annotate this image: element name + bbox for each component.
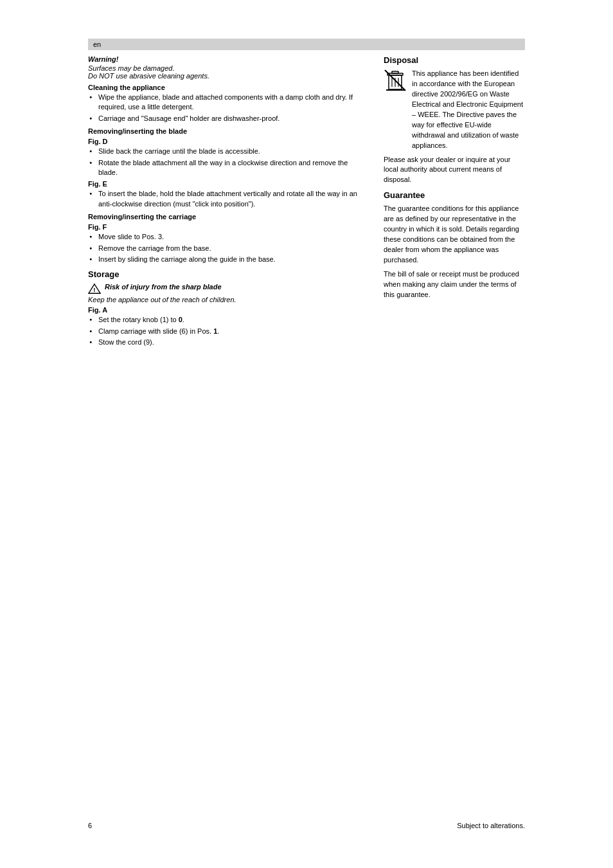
cleaning-list: Wipe the appliance, blade and attached c… — [88, 93, 368, 123]
fig-f-list: Move slide to Pos. 3. Remove the carriag… — [88, 232, 368, 264]
warning-label: Warning! — [88, 55, 368, 63]
list-item: Move slide to Pos. 3. — [88, 232, 368, 242]
list-item: Clamp carriage with slide (6) in Pos. 1. — [88, 327, 368, 336]
subject-to-alterations: Subject to alterations. — [457, 822, 525, 829]
list-item: Wipe the appliance, blade and attached c… — [88, 93, 368, 113]
fig-d-list: Slide back the carriage until the blade … — [88, 147, 368, 177]
fig-a-label: Fig. A — [88, 306, 368, 314]
fig-f-label: Fig. F — [88, 223, 368, 231]
left-column: Warning! Surfaces may be damaged. Do NOT… — [88, 55, 368, 350]
guarantee-section: Guarantee The guarantee conditions for t… — [384, 190, 525, 300]
warning-line-1: Surfaces may be damaged. — [88, 64, 368, 72]
lang-label: en — [93, 41, 101, 48]
list-item: Remove the carriage from the base. — [88, 244, 368, 253]
disposal-para2: Please ask your dealer or inquire at you… — [384, 155, 525, 186]
warning-triangle-icon: ! — [88, 283, 101, 294]
storage-title: Storage — [88, 269, 368, 279]
page: en Warning! Surfaces may be damaged. Do … — [0, 0, 613, 868]
content-area: Warning! Surfaces may be damaged. Do NOT… — [88, 55, 525, 350]
guarantee-para2: The bill of sale or receipt must be prod… — [384, 269, 525, 300]
svg-text:!: ! — [93, 287, 95, 294]
list-item: To insert the blade, hold the blade atta… — [88, 189, 368, 209]
storage-warning: ! Risk of injury from the sharp blade — [88, 283, 368, 294]
disposal-title: Disposal — [384, 55, 525, 65]
weee-icon — [384, 69, 407, 92]
disposal-body: This appliance has been identified in ac… — [412, 69, 525, 151]
list-item: Rotate the blade attachment all the way … — [88, 158, 368, 178]
warning-line-2: Do NOT use abrasive cleaning agents. — [88, 72, 368, 80]
svg-rect-4 — [392, 71, 398, 73]
removing-carriage-title: Removing/inserting the carriage — [88, 213, 368, 221]
cleaning-title: Cleaning the appliance — [88, 84, 368, 91]
list-item: Stow the cord (9). — [88, 338, 368, 347]
page-number: 6 — [88, 822, 92, 829]
list-item: Carriage and "Sausage end" holder are di… — [88, 114, 368, 123]
right-column: Disposal This appliance has been identif… — [384, 55, 525, 350]
storage-warning-text: Risk of injury from the sharp blade — [105, 283, 222, 291]
fig-e-list: To insert the blade, hold the blade atta… — [88, 189, 368, 209]
guarantee-para1: The guarantee conditions for this applia… — [384, 204, 525, 266]
removing-blade-title: Removing/inserting the blade — [88, 127, 368, 135]
storage-keep-children: Keep the appliance out of the reach of c… — [88, 296, 368, 303]
list-item: Insert by sliding the carriage along the… — [88, 255, 368, 264]
disposal-header: This appliance has been identified in ac… — [384, 69, 525, 151]
guarantee-title: Guarantee — [384, 190, 525, 200]
fig-e-label: Fig. E — [88, 180, 368, 188]
fig-a-list: Set the rotary knob (1) to 0. Clamp carr… — [88, 315, 368, 347]
list-item: Slide back the carriage until the blade … — [88, 147, 368, 156]
svg-rect-8 — [386, 89, 404, 91]
list-item: Set the rotary knob (1) to 0. — [88, 315, 368, 325]
fig-d-label: Fig. D — [88, 138, 368, 145]
lang-bar: en — [88, 39, 525, 50]
